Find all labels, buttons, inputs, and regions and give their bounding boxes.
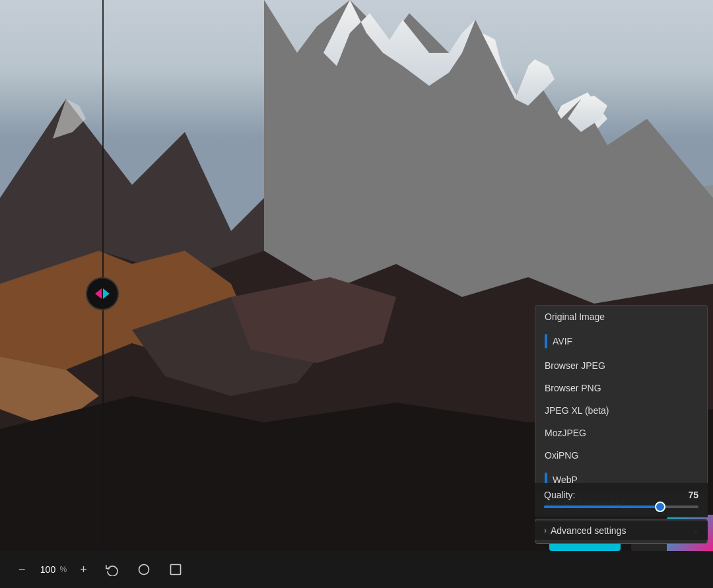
format-item-avif[interactable]: AVIF bbox=[535, 328, 707, 354]
format-label-avif: AVIF bbox=[553, 336, 572, 346]
slider-thumb[interactable] bbox=[655, 502, 665, 512]
format-label-original: Original Image bbox=[545, 311, 605, 322]
format-label-browser-jpeg: Browser JPEG bbox=[545, 360, 605, 371]
format-label-browser-png: Browser PNG bbox=[545, 383, 601, 393]
arrow-right-icon bbox=[103, 288, 110, 299]
quality-value: 75 bbox=[688, 490, 698, 500]
comparison-handle[interactable] bbox=[86, 277, 119, 310]
format-item-original[interactable]: Original Image bbox=[535, 306, 707, 328]
avif-bar bbox=[545, 334, 547, 348]
format-item-browser-png[interactable]: Browser PNG bbox=[535, 377, 707, 399]
advanced-settings[interactable]: › Advanced settings bbox=[535, 521, 708, 540]
zoom-in-button[interactable]: + bbox=[75, 559, 92, 581]
format-label-jpeg-xl: JPEG XL (beta) bbox=[545, 405, 609, 416]
quality-slider[interactable] bbox=[544, 506, 698, 508]
reset-button[interactable] bbox=[132, 559, 156, 580]
divider-line[interactable] bbox=[102, 0, 104, 551]
arrow-handle-inner bbox=[95, 288, 110, 299]
format-label-mozjpeg: MozJPEG bbox=[545, 428, 586, 438]
zoom-display: 100 % bbox=[39, 564, 67, 575]
bottom-toolbar: − 100 % + bbox=[0, 551, 713, 588]
advanced-settings-label: Advanced settings bbox=[551, 525, 626, 536]
zoom-out-button[interactable]: − bbox=[13, 559, 31, 581]
format-item-oxipng[interactable]: OxiPNG bbox=[535, 444, 707, 467]
format-item-jpeg-xl[interactable]: JPEG XL (beta) bbox=[535, 399, 707, 422]
crop-button[interactable] bbox=[164, 559, 187, 580]
svg-rect-17 bbox=[170, 565, 180, 575]
slider-fill bbox=[544, 506, 660, 508]
zoom-value: 100 bbox=[39, 564, 57, 575]
zoom-unit: % bbox=[60, 565, 67, 574]
svg-point-16 bbox=[139, 565, 149, 575]
quality-row: Quality: 75 bbox=[544, 490, 698, 500]
arrow-left-icon bbox=[95, 288, 102, 299]
format-item-browser-jpeg[interactable]: Browser JPEG bbox=[535, 354, 707, 377]
rotate-button[interactable] bbox=[100, 559, 124, 580]
format-item-mozjpeg[interactable]: MozJPEG bbox=[535, 422, 707, 444]
quality-section: Quality: 75 bbox=[535, 483, 708, 517]
chevron-right-icon: › bbox=[544, 526, 547, 535]
quality-label: Quality: bbox=[544, 490, 575, 500]
format-label-oxipng: OxiPNG bbox=[545, 450, 578, 461]
